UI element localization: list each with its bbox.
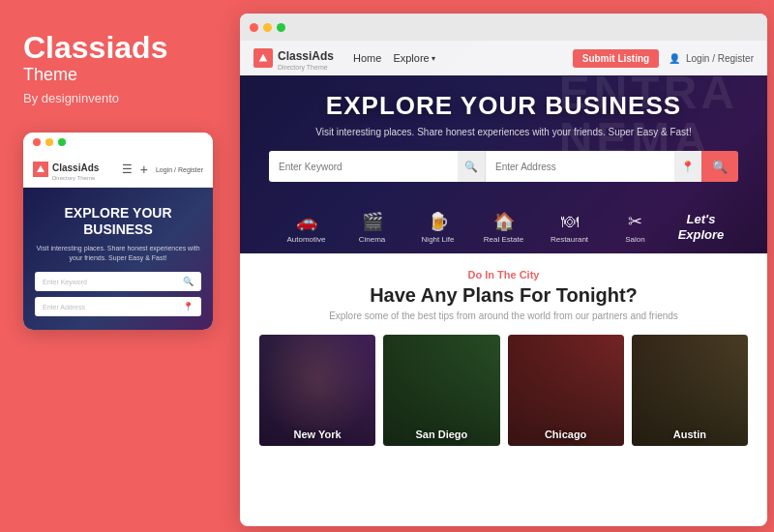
city-name-austin: Austin — [632, 429, 748, 440]
user-icon: 👤 — [669, 53, 680, 64]
city-card-austin[interactable]: Austin — [632, 335, 748, 446]
left-panel: Classiads Theme By designinvento ClassiA… — [0, 0, 232, 532]
hero-search-button[interactable]: 🔍 — [701, 151, 738, 182]
chevron-down-icon: ▾ — [432, 54, 435, 63]
city-card-chicago[interactable]: Chicago — [508, 335, 624, 446]
hero-title: EXPLORE YOUR BUSINESS — [240, 91, 767, 121]
hero-search-row: 🔍 📍 🔍 — [240, 151, 767, 182]
salon-icon: ✂ — [628, 211, 642, 232]
hero-pin-button[interactable]: 📍 — [674, 151, 701, 182]
browser-dot-green — [277, 23, 285, 32]
mobile-search-placeholder: Enter Keyword — [43, 279, 87, 285]
mobile-dot-yellow — [45, 138, 53, 146]
mobile-hamburger-icon[interactable]: ☰ — [122, 163, 133, 176]
cinema-label: Cinema — [359, 235, 386, 244]
automotive-icon: 🚗 — [296, 211, 317, 232]
browser-dot-yellow — [263, 23, 272, 32]
brand-subtitle: Theme — [23, 65, 209, 85]
browser-nav: ClassiAds Directory Theme Home Explore ▾… — [240, 41, 767, 75]
mobile-nav: ClassiAds Directory Theme ☰ + Login / Re… — [23, 152, 213, 188]
category-realestate[interactable]: 🏠 Real Estate — [471, 211, 537, 244]
nav-logo-icon — [253, 48, 273, 68]
nav-home-link[interactable]: Home — [353, 52, 381, 64]
nightlife-icon: 🍺 — [428, 211, 449, 232]
city-card-san-diego[interactable]: San Diego — [383, 335, 499, 446]
mobile-top-bar — [23, 133, 213, 152]
browser-window: ENTRANEMA ClassiAds Directory Theme Home… — [240, 14, 767, 526]
nav-links: Home Explore ▾ — [353, 52, 573, 64]
mobile-address-placeholder: Enter Address — [43, 304, 85, 310]
realestate-icon: 🏠 — [493, 211, 515, 232]
hero-search-icon-button[interactable]: 🔍 — [458, 151, 485, 182]
mobile-pin-icon: 📍 — [183, 302, 194, 311]
restaurant-icon: 🍽 — [561, 212, 579, 232]
mobile-search-bar[interactable]: Enter Keyword 🔍 — [35, 272, 201, 291]
section-tag: Do In The City — [259, 269, 748, 281]
browser-titlebar — [240, 14, 767, 41]
category-nightlife[interactable]: 🍺 Night Life — [405, 211, 471, 244]
nightlife-label: Night Life — [422, 235, 455, 244]
city-name-new-york: New York — [259, 429, 375, 440]
nav-explore-dropdown[interactable]: Explore ▾ — [393, 52, 434, 64]
brand-by: By designinvento — [23, 91, 209, 105]
section-description: Explore some of the best tips from aroun… — [259, 310, 748, 321]
nav-login-label[interactable]: 👤 Login / Register — [669, 53, 754, 64]
category-row: 🚗 Automotive 🎬 Cinema 🍺 Night Life 🏠 Rea… — [240, 211, 767, 244]
mobile-logo: ClassiAds Directory Theme — [33, 158, 99, 181]
mobile-dot-red — [33, 138, 41, 146]
city-name-san-diego: San Diego — [383, 429, 499, 440]
hero-description: Visit interesting places. Share honest e… — [240, 127, 767, 137]
section-title: Have Any Plans For Tonight? — [259, 284, 748, 307]
mobile-hero-desc: Visit interesting places. Share honest e… — [35, 244, 201, 263]
brand-title: Classiads — [23, 31, 209, 65]
category-salon[interactable]: ✂ Salon — [603, 211, 669, 244]
mobile-plus-icon[interactable]: + — [140, 162, 148, 177]
city-card-new-york[interactable]: New York — [259, 335, 375, 446]
mobile-hero: EXPLORE YOUR BUSINESS Visit interesting … — [23, 188, 213, 330]
salon-label: Salon — [625, 235, 644, 244]
hero-content: EXPLORE YOUR BUSINESS Visit interesting … — [240, 91, 767, 182]
browser-hero: ENTRANEMA ClassiAds Directory Theme Home… — [240, 41, 767, 253]
realestate-label: Real Estate — [484, 235, 523, 244]
category-restaurant[interactable]: 🍽 Restaurant — [537, 212, 603, 244]
browser-dot-red — [250, 23, 258, 32]
restaurant-label: Restaurant — [551, 235, 588, 244]
nav-logo: ClassiAds Directory Theme — [253, 46, 334, 71]
mobile-dot-green — [58, 138, 66, 146]
mobile-search-icon: 🔍 — [183, 277, 194, 286]
mobile-logo-text: ClassiAds Directory Theme — [52, 158, 99, 181]
mobile-nav-actions: ☰ + Login / Register — [122, 162, 203, 177]
automotive-label: Automotive — [286, 235, 325, 244]
city-cards-row: New York San Diego Chicago Austin — [259, 335, 748, 446]
mobile-login-label[interactable]: Login / Register — [156, 166, 203, 173]
mobile-hero-title: EXPLORE YOUR BUSINESS — [35, 205, 201, 238]
hero-keyword-input[interactable] — [269, 151, 458, 182]
mobile-mockup: ClassiAds Directory Theme ☰ + Login / Re… — [23, 133, 213, 330]
hero-address-input[interactable] — [486, 151, 674, 182]
mobile-logo-icon — [33, 162, 48, 177]
category-cinema[interactable]: 🎬 Cinema — [340, 211, 405, 244]
lets-explore-text: Let'sExplore — [669, 212, 734, 242]
mobile-address-bar[interactable]: Enter Address 📍 — [35, 297, 201, 316]
category-automotive[interactable]: 🚗 Automotive — [274, 211, 340, 244]
cinema-icon: 🎬 — [362, 211, 383, 232]
submit-listing-button[interactable]: Submit Listing — [573, 49, 659, 68]
nav-logo-text-block: ClassiAds Directory Theme — [278, 46, 334, 71]
browser-content: Do In The City Have Any Plans For Tonigh… — [240, 253, 767, 458]
city-name-chicago: Chicago — [508, 429, 624, 440]
